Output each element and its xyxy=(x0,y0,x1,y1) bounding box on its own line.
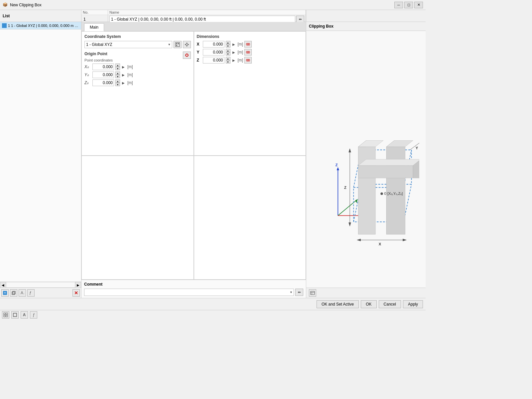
z-dim-arrow: ▶ xyxy=(232,59,235,62)
y-dim-up-btn[interactable]: ▲ xyxy=(226,49,230,52)
z0-input[interactable] xyxy=(92,79,114,86)
add-item-button[interactable]: + xyxy=(1,289,9,297)
comment-area: Comment ▼ ✏ xyxy=(81,280,306,298)
close-button[interactable]: ✕ xyxy=(414,2,423,8)
list-label: List xyxy=(3,14,10,18)
no-section: No. xyxy=(81,10,108,22)
y0-arrow: ▶ xyxy=(122,73,125,77)
sidebar-scroll-row: ◀ ▶ xyxy=(0,282,81,288)
y0-input[interactable] xyxy=(92,71,114,78)
x-dim-unit: [m] xyxy=(238,42,243,47)
svg-rect-13 xyxy=(185,44,186,45)
svg-marker-33 xyxy=(355,199,358,203)
empty-panel-br xyxy=(194,156,306,280)
y0-spinner[interactable]: ▲ ▼ xyxy=(115,71,120,78)
svg-rect-8 xyxy=(178,43,179,44)
status-box-icon[interactable] xyxy=(11,311,19,319)
comment-dropdown[interactable] xyxy=(84,289,294,296)
z-dim-down-btn[interactable]: ▼ xyxy=(226,60,230,64)
svg-rect-68 xyxy=(4,313,5,315)
item-label: 1 1 - Global XYZ | 0.000, 0.000, 0.000 m… xyxy=(8,24,79,28)
tab-main[interactable]: Main xyxy=(84,23,104,31)
clipping-settings-btn[interactable] xyxy=(309,289,316,297)
comment-edit-btn[interactable]: ✏ xyxy=(295,289,303,296)
svg-marker-55 xyxy=(348,222,351,226)
x0-spinner[interactable]: ▲ ▼ xyxy=(115,64,120,70)
pick-point-button[interactable] xyxy=(183,52,191,59)
copy-item-button[interactable] xyxy=(10,289,17,297)
origin-point-title: Origin Point xyxy=(84,52,191,56)
clipping-box-title: Clipping Box xyxy=(306,22,426,31)
svg-point-10 xyxy=(186,44,188,46)
apply-button[interactable]: Apply xyxy=(403,300,423,308)
main-container: List No. Name ✏ 1 1 - Global X xyxy=(0,10,426,319)
svg-rect-2 xyxy=(12,292,15,295)
svg-text:Z: Z xyxy=(335,163,337,167)
status-function-icon[interactable]: ƒ xyxy=(30,311,37,319)
sidebar-list: 1 1 - Global XYZ | 0.000, 0.000, 0.000 m… xyxy=(0,22,81,282)
minimize-button[interactable]: ─ xyxy=(394,2,403,8)
coordinate-system-label: Coordinate System xyxy=(84,34,191,39)
coord-btn-1[interactable] xyxy=(174,41,182,48)
svg-marker-54 xyxy=(348,148,351,152)
sidebar-footer: + A↓ ƒ ✕ xyxy=(0,288,81,298)
window-controls: ─ ◻ ✕ xyxy=(394,2,423,8)
preview-svg: Z Y X xyxy=(313,71,419,247)
scroll-track[interactable] xyxy=(6,282,75,288)
status-text-icon[interactable]: A xyxy=(21,311,28,319)
svg-rect-9 xyxy=(176,45,177,46)
x-dim-link-btn[interactable] xyxy=(244,41,252,48)
x-dim-down-btn[interactable]: ▼ xyxy=(226,44,230,48)
x0-up-btn[interactable]: ▲ xyxy=(115,64,120,67)
status-bar: A ƒ xyxy=(0,310,426,319)
coordinate-system-dropdown[interactable]: 1 - Global XYZ xyxy=(84,41,172,48)
y-dim-input[interactable] xyxy=(203,49,224,56)
maximize-button[interactable]: ◻ xyxy=(404,2,413,8)
coord-btn-2[interactable] xyxy=(183,41,191,48)
status-grid-icon[interactable] xyxy=(2,311,9,319)
y0-label: Y₀ xyxy=(84,72,91,77)
x0-unit: [m] xyxy=(127,65,133,69)
delete-item-button[interactable]: ✕ xyxy=(72,289,80,297)
svg-rect-12 xyxy=(187,46,187,47)
svg-rect-65 xyxy=(311,291,315,295)
svg-text:A↓: A↓ xyxy=(21,291,24,295)
tab-content: Coordinate System 1 - Global XYZ ▼ xyxy=(81,31,306,298)
ok-button[interactable]: OK xyxy=(361,300,376,308)
z0-down-btn[interactable]: ▼ xyxy=(115,83,120,86)
z-dim-up-btn[interactable]: ▲ xyxy=(226,57,230,60)
sidebar: 1 1 - Global XYZ | 0.000, 0.000, 0.000 m… xyxy=(0,22,81,298)
tab-bar: Main xyxy=(81,22,306,31)
scroll-right-arrow[interactable]: ▶ xyxy=(75,282,81,288)
x0-input[interactable] xyxy=(92,64,114,70)
split-button[interactable]: ƒ xyxy=(27,289,35,297)
x-dim-input[interactable] xyxy=(203,41,224,48)
y-dim-down-btn[interactable]: ▼ xyxy=(226,52,230,56)
z0-spinner[interactable]: ▲ ▼ xyxy=(115,79,120,86)
svg-rect-70 xyxy=(4,315,5,317)
scroll-left-arrow[interactable]: ◀ xyxy=(0,282,6,288)
y0-up-btn[interactable]: ▲ xyxy=(115,71,120,75)
ok-set-active-button[interactable]: OK and Set Active xyxy=(317,300,359,308)
z-dim-link-btn[interactable] xyxy=(244,57,252,64)
x-dim-label: X xyxy=(197,42,201,47)
x0-down-btn[interactable]: ▼ xyxy=(115,67,120,70)
z0-up-btn[interactable]: ▲ xyxy=(115,79,120,83)
z-dim-spinner[interactable]: ▲ ▼ xyxy=(226,57,230,64)
x-dim-arrow: ▶ xyxy=(232,43,235,46)
header-row: List No. Name ✏ xyxy=(0,10,426,22)
merge-button[interactable]: A↓ xyxy=(19,289,26,297)
svg-text:+: + xyxy=(4,291,6,295)
svg-point-63 xyxy=(380,193,383,195)
z-dim-input[interactable] xyxy=(203,57,224,64)
y-dim-link-btn[interactable] xyxy=(244,49,252,56)
x-dim-up-btn[interactable]: ▲ xyxy=(226,41,230,44)
cancel-button[interactable]: Cancel xyxy=(379,300,401,308)
y0-down-btn[interactable]: ▼ xyxy=(115,75,120,78)
y-dim-spinner[interactable]: ▲ ▼ xyxy=(226,49,230,56)
name-label: Name xyxy=(108,10,306,15)
list-item[interactable]: 1 1 - Global XYZ | 0.000, 0.000, 0.000 m… xyxy=(0,22,81,30)
point-coordinates-label: Point coordinates xyxy=(84,58,191,62)
name-section: Name ✏ xyxy=(108,10,306,22)
x-dim-spinner[interactable]: ▲ ▼ xyxy=(226,41,230,48)
